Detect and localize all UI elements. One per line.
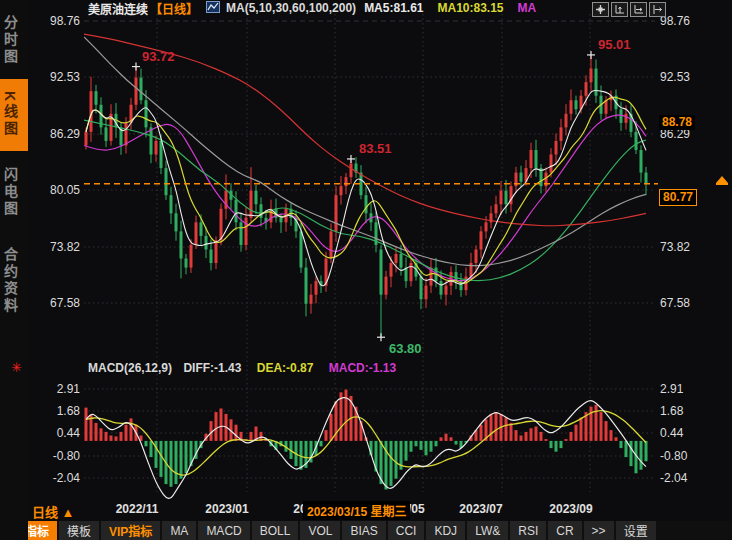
y-axis-label: 92.53: [660, 70, 720, 84]
reference-price-tag: 88.78: [659, 115, 695, 130]
y-axis-label: -0.80: [660, 449, 720, 463]
ma10-value: MA10:83.15: [438, 1, 504, 15]
period-selector[interactable]: 日线 ▲: [32, 502, 74, 521]
alarm-icon[interactable]: ✳: [11, 360, 22, 375]
sidebar: ✳ 分时图K线图闪电图合约资料: [0, 0, 28, 540]
tab-vip-indicators[interactable]: VIP指标: [101, 521, 160, 540]
zoom-y-axis-icon[interactable]: [611, 2, 628, 17]
last-price-tag: 80.77: [659, 189, 697, 206]
macd-value: MACD:-1.13: [329, 361, 396, 375]
sidebar-item-kline-chart[interactable]: K线图: [0, 79, 28, 151]
tab-macd[interactable]: MACD: [198, 521, 249, 540]
tab-ma[interactable]: MA: [162, 521, 196, 540]
y-axis-label: 67.58: [660, 296, 720, 310]
y-axis-label: 98.76: [30, 14, 80, 28]
svg-text:93.72: 93.72: [142, 49, 175, 64]
macd-title: MACD(26,12,9): [88, 361, 172, 375]
svg-text:63.80: 63.80: [389, 341, 422, 356]
ma5-value: MA5:81.61: [364, 1, 423, 15]
chart-header: 美原油连续 【日线】 MA(5,10,30,60,100,200) MA5:81…: [88, 1, 536, 15]
y-axis-label: 0.44: [30, 426, 80, 440]
diff-value: DIFF:-1.43: [183, 361, 241, 375]
y-axis-label: 1.68: [660, 404, 720, 418]
tab-cr[interactable]: CR: [548, 521, 581, 540]
tab-vol[interactable]: VOL: [300, 521, 340, 540]
x-axis-row: 日线 ▲ 2023/03/15 星期三 2022/112023/012023/0…: [0, 500, 732, 521]
dea-value: DEA:-0.87: [257, 361, 314, 375]
svg-text:95.01: 95.01: [598, 37, 631, 52]
pan-right-icon[interactable]: [649, 2, 666, 17]
x-axis-label: 2022/11: [116, 502, 159, 516]
y-axis-label: 98.76: [660, 14, 720, 28]
x-axis-label: 2023/01: [205, 502, 248, 516]
symbol-title: 美原油连续: [88, 0, 148, 17]
ma-settings-label: MA(5,10,30,60,100,200): [226, 1, 356, 15]
ma30-value: MA: [518, 1, 537, 15]
price-macd-chart[interactable]: 93.7283.5195.0163.80: [0, 0, 732, 540]
period-tag: 【日线】: [150, 0, 198, 17]
zoom-x-axis-icon[interactable]: [630, 2, 647, 17]
sidebar-item-contract-info[interactable]: 合约资料: [0, 233, 28, 329]
y-axis-label: -2.04: [30, 471, 80, 485]
y-axis-label: 92.53: [30, 70, 80, 84]
y-axis-label: 1.68: [30, 404, 80, 418]
y-axis-label: 86.29: [30, 127, 80, 141]
y-axis-label: -0.80: [30, 449, 80, 463]
y-axis-label: 67.58: [30, 296, 80, 310]
tab-lw[interactable]: LW&: [467, 521, 508, 540]
tab-boll[interactable]: BOLL: [252, 521, 299, 540]
sidebar-item-flash-chart[interactable]: 闪电图: [0, 156, 28, 228]
x-axis-label: 2023/09: [549, 502, 592, 516]
app-window: 93.7283.5195.0163.80 ✳ 分时图K线图闪电图合约资料 美原油…: [0, 0, 732, 540]
crosshair-tool-icon[interactable]: [592, 2, 609, 17]
tab-rsi[interactable]: RSI: [510, 521, 546, 540]
macd-header: MACD(26,12,9) DIFF:-1.43 DEA:-0.87 MACD:…: [88, 361, 396, 375]
indicator-tabbar: 指标模板VIP指标MAMACDBOLLVOLBIASCCIKDJLW&RSICR…: [0, 521, 732, 540]
chart-toolbar: [592, 2, 666, 17]
price-arrow-marker: [716, 176, 728, 183]
y-axis-label: 73.82: [30, 240, 80, 254]
svg-text:83.51: 83.51: [359, 141, 392, 156]
tab-cci[interactable]: CCI: [388, 521, 425, 540]
tab-settings[interactable]: 设置: [616, 521, 656, 540]
y-axis-label: 80.05: [30, 183, 80, 197]
y-axis-label: 73.82: [660, 240, 720, 254]
date-tooltip: 2023/03/15 星期三: [303, 501, 410, 520]
y-axis-label: -2.04: [660, 471, 720, 485]
tab-bias[interactable]: BIAS: [342, 521, 385, 540]
tab-more[interactable]: >>: [584, 521, 614, 540]
x-axis-label: 2023/07: [459, 502, 502, 516]
tab-kdj[interactable]: KDJ: [426, 521, 465, 540]
y-axis-label: 0.44: [660, 426, 720, 440]
y-axis-label: 2.91: [30, 382, 80, 396]
y-axis-label: 2.91: [660, 382, 720, 396]
chart-type-icon[interactable]: [206, 1, 220, 16]
tab-templates[interactable]: 模板: [59, 521, 99, 540]
sidebar-item-time-chart[interactable]: 分时图: [0, 4, 28, 76]
